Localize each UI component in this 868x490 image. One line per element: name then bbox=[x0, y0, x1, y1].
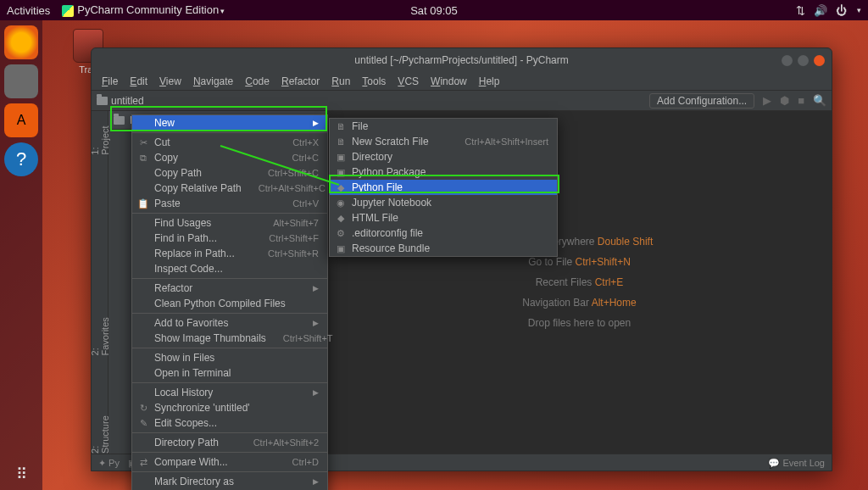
gutter-project[interactable]: 1: Project bbox=[90, 116, 110, 155]
menu-navigate[interactable]: Navigate bbox=[188, 74, 238, 89]
menu-item-html-file[interactable]: ◆HTML File bbox=[330, 210, 557, 226]
menu-item-refactor[interactable]: Refactor▶ bbox=[132, 281, 327, 296]
app-menu[interactable]: PyCharm Community Edition▾ bbox=[62, 3, 225, 17]
menu-help[interactable]: Help bbox=[474, 74, 505, 89]
menu-vcs[interactable]: VCS bbox=[392, 74, 424, 89]
menu-item-compare-with-[interactable]: ⇄Compare With...Ctrl+D bbox=[132, 454, 327, 470]
menu-item-resource-bundle[interactable]: ▣Resource Bundle bbox=[330, 241, 557, 256]
status-python[interactable]: ✦ Py bbox=[98, 458, 120, 469]
menu-item-copy[interactable]: ⧉CopyCtrl+C bbox=[132, 150, 327, 165]
gutter-favorites[interactable]: 2: Favorites bbox=[90, 308, 110, 355]
context-menu-project: New▶✂CutCtrl+X⧉CopyCtrl+CCopy PathCtrl+S… bbox=[131, 114, 328, 490]
close-button[interactable] bbox=[814, 55, 825, 66]
activities-button[interactable]: Activities bbox=[7, 4, 50, 17]
firefox-icon[interactable] bbox=[4, 25, 38, 59]
software-icon[interactable]: A bbox=[4, 103, 38, 137]
event-log-button[interactable]: 💬 Event Log bbox=[768, 458, 825, 469]
menu-item-cut[interactable]: ✂CutCtrl+X bbox=[132, 135, 327, 150]
pycharm-icon bbox=[62, 5, 74, 17]
menu-item-replace-in-path-[interactable]: Replace in Path...Ctrl+Shift+R bbox=[132, 246, 327, 261]
left-gutter: 1: Project 2: Favorites 2: Structure bbox=[92, 111, 108, 454]
toolbar: untitled Add Configuration... ▶ ⬢ ■ 🔍 bbox=[92, 91, 832, 111]
network-icon[interactable]: ⇅ bbox=[796, 4, 805, 17]
menu-bar: FileEditViewNavigateCodeRefactorRunTools… bbox=[92, 72, 832, 91]
apps-grid-icon[interactable]: ⠿ bbox=[16, 465, 27, 483]
menu-tools[interactable]: Tools bbox=[357, 74, 391, 89]
window-title: untitled [~/PycharmProjects/untitled] - … bbox=[354, 54, 568, 66]
menu-view[interactable]: View bbox=[154, 74, 186, 89]
menu-item-directory[interactable]: ▣Directory bbox=[330, 149, 557, 164]
menu-item-jupyter-notebook[interactable]: ◉Jupyter Notebook bbox=[330, 195, 557, 210]
help-icon[interactable]: ? bbox=[4, 142, 38, 176]
breadcrumb[interactable]: untitled bbox=[97, 95, 144, 107]
add-configuration-button[interactable]: Add Configuration... bbox=[649, 93, 754, 109]
folder-icon bbox=[114, 116, 125, 125]
menu-item-new-scratch-file[interactable]: 🗎New Scratch FileCtrl+Alt+Shift+Insert bbox=[330, 134, 557, 149]
menu-item--editorconfig-file[interactable]: ⚙.editorconfig file bbox=[330, 226, 557, 241]
menu-refactor[interactable]: Refactor bbox=[276, 74, 325, 89]
submenu-new: 🗎File🗎New Scratch FileCtrl+Alt+Shift+Ins… bbox=[329, 118, 558, 257]
menu-item-synchronize-untitled-[interactable]: ↻Synchronize 'untitled' bbox=[132, 400, 327, 415]
volume-icon[interactable]: 🔊 bbox=[814, 4, 827, 17]
menu-window[interactable]: Window bbox=[426, 74, 472, 89]
menu-item-find-usages[interactable]: Find UsagesAlt+Shift+7 bbox=[132, 215, 327, 231]
menu-item-python-package[interactable]: ▣Python Package bbox=[330, 164, 557, 180]
menu-item-mark-directory-as[interactable]: Mark Directory as▶ bbox=[132, 474, 327, 489]
menu-item-show-in-files[interactable]: Show in Files bbox=[132, 350, 327, 365]
menu-item-open-in-terminal[interactable]: Open in Terminal bbox=[132, 365, 327, 381]
menu-item-inspect-code-[interactable]: Inspect Code... bbox=[132, 261, 327, 276]
menu-file[interactable]: File bbox=[97, 74, 123, 89]
run-icon[interactable]: ▶ bbox=[763, 94, 771, 107]
menu-item-python-file[interactable]: ◆Python File bbox=[330, 180, 557, 195]
debug-icon[interactable]: ⬢ bbox=[780, 94, 789, 107]
menu-item-edit-scopes-[interactable]: ✎Edit Scopes... bbox=[132, 415, 327, 431]
menu-item-file[interactable]: 🗎File bbox=[330, 119, 557, 134]
menu-item-paste[interactable]: 📋PasteCtrl+V bbox=[132, 196, 327, 211]
menu-item-copy-relative-path[interactable]: Copy Relative PathCtrl+Alt+Shift+C bbox=[132, 181, 327, 196]
stop-icon[interactable]: ■ bbox=[798, 94, 804, 107]
files-icon[interactable] bbox=[4, 64, 38, 98]
minimize-button[interactable] bbox=[782, 55, 793, 66]
maximize-button[interactable] bbox=[798, 55, 809, 66]
ubuntu-topbar: Activities PyCharm Community Edition▾ Sa… bbox=[0, 0, 868, 20]
menu-item-copy-path[interactable]: Copy PathCtrl+Shift+C bbox=[132, 165, 327, 181]
menu-item-new[interactable]: New▶ bbox=[132, 115, 327, 131]
search-icon[interactable]: 🔍 bbox=[813, 94, 826, 107]
window-titlebar[interactable]: untitled [~/PycharmProjects/untitled] - … bbox=[92, 48, 832, 72]
folder-icon bbox=[97, 97, 108, 105]
menu-item-find-in-path-[interactable]: Find in Path...Ctrl+Shift+F bbox=[132, 231, 327, 246]
menu-item-directory-path[interactable]: Directory PathCtrl+Alt+Shift+2 bbox=[132, 435, 327, 450]
clock[interactable]: Sat 09:05 bbox=[410, 4, 458, 17]
gutter-structure[interactable]: 2: Structure bbox=[90, 406, 110, 454]
menu-item-add-to-favorites[interactable]: Add to Favorites▶ bbox=[132, 315, 327, 331]
menu-edit[interactable]: Edit bbox=[125, 74, 153, 89]
ubuntu-launcher: A ? ⠿ bbox=[0, 20, 42, 490]
menu-item-local-history[interactable]: Local History▶ bbox=[132, 385, 327, 400]
menu-code[interactable]: Code bbox=[240, 74, 275, 89]
menu-item-show-image-thumbnails[interactable]: Show Image ThumbnailsCtrl+Shift+T bbox=[132, 331, 327, 346]
menu-item-clean-python-compiled-files[interactable]: Clean Python Compiled Files bbox=[132, 296, 327, 311]
power-icon[interactable]: ⏻ bbox=[836, 4, 847, 17]
menu-run[interactable]: Run bbox=[326, 74, 355, 89]
